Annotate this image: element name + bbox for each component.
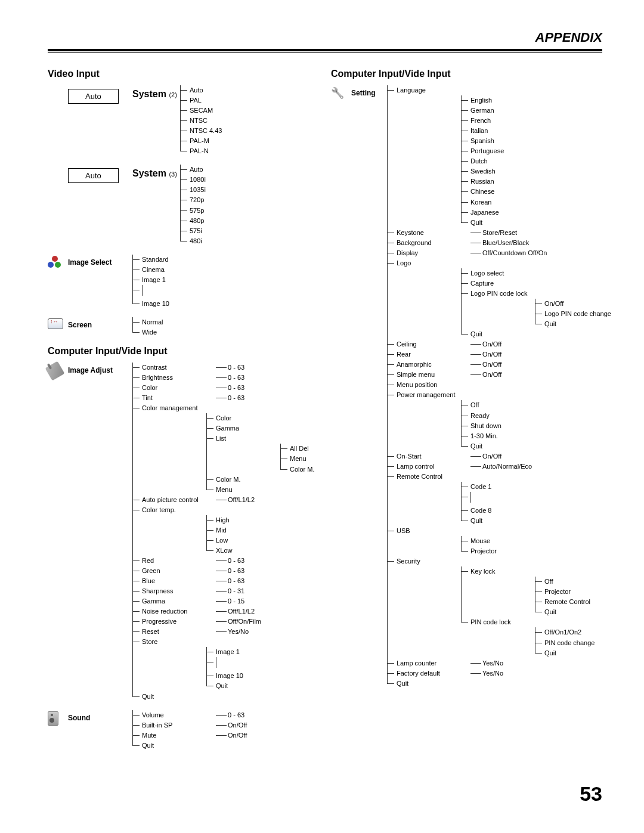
tree-node-label: Volume [141,710,212,720]
tree-node-label: Green [141,566,212,576]
tree-node: English [461,95,615,106]
tree-node: Gamma [206,423,360,433]
tree-node-label [215,657,286,671]
tree-node: Lamp counterYes/No [387,658,615,668]
tree-node-label: Security [395,556,467,566]
tree-node-label: Ceiling [395,339,467,349]
tree-node: 720p [180,195,206,205]
tree-node-label: On/Off [543,299,615,309]
tree-node-label: Image 10 [141,299,169,309]
ci-title-left: Computer Input/Vide Input [48,346,319,357]
tree-node-label: Remote Control [395,472,467,482]
tree-node: Italian [461,126,615,136]
tree-node: Contrast0 - 63 [132,363,360,373]
sound-block: Sound Volume0 - 63Built-in SPOn/OffMuteO… [48,710,319,751]
tree-node: Red0 - 63 [132,556,360,566]
tree-node: Blue0 - 63 [132,576,360,586]
image-select-icon [48,256,62,270]
tree-node: 480i [180,236,206,246]
tree-node-label: Auto [188,165,203,175]
tree-node-label: Image 10 [215,671,286,681]
tree-node: 575p [180,206,206,216]
tree-node: Korean [461,197,615,208]
tree-node: Image 10 [206,671,360,681]
tree-node: Quit [461,329,615,339]
tree-node: Brightness0 - 63 [132,373,360,383]
tree-node: LanguageEnglishGermanFrenchItalianSpanis… [387,85,615,228]
tree-node-label: Quit [543,648,615,658]
tree-node: RearOn/Off [387,349,615,360]
tree-node-label: List [215,433,286,444]
tree-node-label: On-Start [395,451,467,462]
tree-node-label: 1080i [188,175,206,185]
tree-node: Auto [180,165,206,175]
tree-node-label: Quit [543,319,615,329]
tree-node: Menu [280,454,360,464]
tree-node: 1080i [180,175,206,185]
tree-node-value: Auto/Normal/Eco [470,462,532,472]
tree-node-label: Quit [141,741,212,751]
tree-node-label: 575p [188,206,204,216]
screen-icon [48,318,63,329]
tree-node-label: Simple menu [395,370,467,380]
tree-node: Logo PIN code lockOn/OffLogo PIN code ch… [461,289,615,329]
image-adjust-tree: Contrast0 - 63Brightness0 - 63Color0 - 6… [132,363,360,702]
tree-node-label: Quit [469,516,541,526]
tree-node-label: PIN code change [543,638,615,648]
tree-node-label: Off/On1/On2 [543,627,615,637]
tree-node-label: Blue [141,576,212,586]
tree-node: Tint0 - 63 [132,393,360,403]
tree-node: NTSC 4.43 [180,126,222,136]
tree-node-label: Korean [469,197,541,208]
tree-node-label: Display [395,248,467,258]
tree-node: Color M. [280,465,360,475]
system2-block: Auto System (2) AutoPALSECAMNTSCNTSC 4.4… [48,85,319,156]
tree-node-label: Rear [395,349,467,360]
tree-node: Color managementColorGammaListAll DelMen… [132,403,360,494]
tree-node-value: Off/On/Film [216,617,261,627]
tree-node: Low [206,535,360,546]
tree-node: Quit [535,607,615,617]
tree-node: LogoLogo selectCaptureLogo PIN code lock… [387,258,615,339]
setting-tree: LanguageEnglishGermanFrenchItalianSpanis… [387,85,615,689]
tree-node-label: Language [395,85,467,95]
tree-node: Color temp.HighMidLowXLow [132,505,360,556]
tree-node-label: Key lock [469,566,541,577]
tree-node-label: Mouse [469,536,541,546]
tree-node-label: USB [395,526,467,536]
tree-node: Code 8 [461,506,615,516]
tree-node: Menu [206,485,360,495]
tree-node-value: 0 - 31 [216,586,244,596]
tree-node-label: Projector [469,546,541,556]
tree-node: Lamp controlAuto/Normal/Eco [387,462,615,472]
tree-node: Color [206,413,360,423]
tree-node: Auto picture controlOff/L1/L2 [132,495,360,505]
tree-node-label: Cinema [141,265,165,275]
tree-node-label [469,492,541,506]
tree-node-label: Quit [469,329,541,339]
tree-node: Image 1 [132,275,169,285]
tree-node [461,492,615,506]
tree-node: USBMouseProjector [387,526,615,556]
tree-node: Color M. [206,475,360,485]
tree-node: Japanese [461,208,615,218]
tree-node-label: Color M. [215,475,286,485]
tree-node-label: Image 1 [141,275,166,285]
tree-node: KeystoneStore/Reset [387,228,615,238]
tree-node-value: On/Off [216,730,247,741]
tree-node-label: XLow [215,546,286,556]
system2-tree: AutoPALSECAMNTSCNTSC 4.43PAL-MPAL-N [180,85,222,156]
tree-node-label: 480p [188,216,204,226]
tree-node-label: Standard [141,255,169,265]
tree-node-label: Menu position [395,380,467,390]
tree-node-value: 0 - 63 [216,556,244,566]
system2-note: (2) [169,91,177,98]
tree-node: Standard [132,255,169,265]
tree-node-label: 1-30 Min. [469,431,541,441]
tree-node: Quit [535,319,615,329]
tree-node: PAL-M [180,136,222,146]
tree-node: Color0 - 63 [132,383,360,393]
tree-node-label: 575i [188,226,202,236]
tree-node-value: 0 - 63 [216,383,244,393]
tree-node-label: Sharpness [141,586,212,596]
